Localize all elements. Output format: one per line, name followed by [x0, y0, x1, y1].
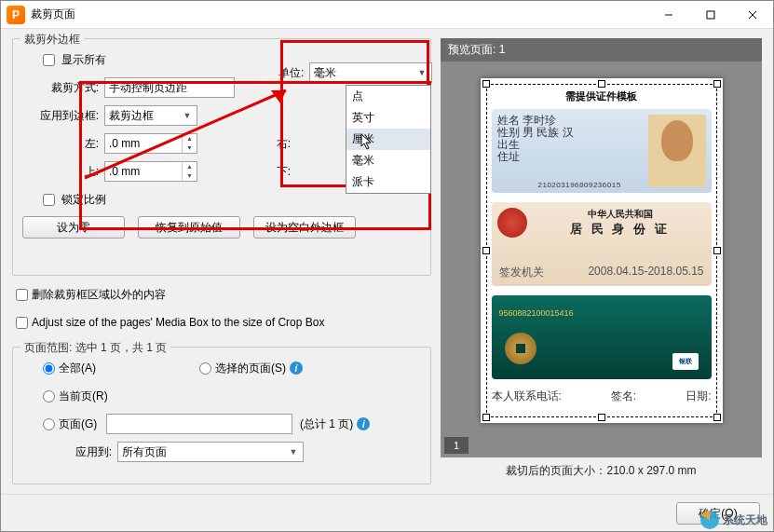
- chevron-down-icon: ▼: [286, 444, 301, 459]
- preview-body: 需提供证件模板 姓名 李时珍 性别 男 民族 汉 出生 住址 210203196…: [441, 61, 762, 457]
- page-radio-label[interactable]: 页面(G): [22, 416, 106, 432]
- current-radio-label[interactable]: 当前页(R): [22, 389, 108, 404]
- bank-card: 9560882100015416 银联: [492, 295, 712, 379]
- info-icon: i: [290, 361, 303, 375]
- coin-icon: [505, 333, 536, 364]
- unit-dropdown: 点 英寸 厘米 毫米 派卡: [346, 85, 431, 194]
- page-input[interactable]: [106, 414, 292, 434]
- emblem-icon: [497, 208, 527, 238]
- remove-outside-checkbox-label[interactable]: 删除裁剪框区域以外的内容: [16, 287, 166, 303]
- show-all-checkbox[interactable]: [43, 54, 55, 66]
- watermark: 系统天地: [700, 511, 767, 529]
- unit-option-inch[interactable]: 英寸: [346, 107, 430, 129]
- unit-option-point[interactable]: 点: [346, 86, 430, 107]
- all-radio[interactable]: [43, 362, 55, 375]
- lock-ratio-checkbox[interactable]: [43, 194, 55, 206]
- unit-option-cm[interactable]: 厘米: [346, 129, 430, 150]
- preview-header: 预览页面: 1: [441, 38, 762, 61]
- page-range-group: 页面范围: 选中 1 页，共 1 页 全部(A) 选择的页面(S) i 当前页(…: [12, 347, 431, 484]
- lock-ratio-checkbox-label[interactable]: 锁定比例: [43, 192, 106, 208]
- watermark-icon: [700, 511, 719, 529]
- unit-combo[interactable]: 毫米 ▼ 点 英寸 厘米 毫米 派卡: [309, 62, 432, 83]
- preview-page[interactable]: 需提供证件模板 姓名 李时珍 性别 男 民族 汉 出生 住址 210203196…: [481, 78, 723, 423]
- show-all-checkbox-label[interactable]: 显示所有: [22, 52, 106, 68]
- restore-button[interactable]: 恢复到原始值: [138, 216, 240, 239]
- maximize-button[interactable]: [689, 1, 731, 28]
- current-radio[interactable]: [43, 390, 55, 402]
- page-radio[interactable]: [43, 418, 55, 430]
- page-tab[interactable]: 1: [444, 437, 468, 454]
- id-card-front: 姓名 李时珍 性别 男 民族 汉 出生 住址 21020319680923601…: [492, 109, 712, 193]
- id-card-back: 中华人民共和国 居 民 身 份 证 签发机关2008.04.15-2018.05…: [492, 202, 712, 286]
- page-total-label: (总计 1 页): [300, 416, 353, 432]
- unionpay-badge: 银联: [672, 353, 699, 370]
- set-blank-button[interactable]: 设为空白外边框: [253, 216, 356, 239]
- info-icon: i: [357, 417, 370, 430]
- window-title: 裁剪页面: [31, 7, 647, 22]
- set-zero-button[interactable]: 设为零: [22, 216, 125, 239]
- close-button[interactable]: [731, 1, 773, 28]
- crop-outer-title: 裁剪外边框: [20, 32, 84, 48]
- svg-rect-1: [707, 11, 714, 19]
- preview-size-label: 裁切后的页面大小：210.0 x 297.0 mm: [441, 457, 762, 484]
- adjust-media-checkbox[interactable]: [16, 317, 28, 329]
- app-icon: P: [7, 6, 25, 24]
- adjust-media-checkbox-label[interactable]: Adjust size of the pages' Media Box to t…: [16, 316, 324, 329]
- minimize-button[interactable]: [647, 1, 689, 28]
- dialog-footer: 确定(O) 系统天地: [1, 494, 773, 531]
- portrait-photo: [648, 115, 706, 187]
- unit-option-pica[interactable]: 派卡: [346, 171, 430, 193]
- unit-option-mm[interactable]: 毫米: [346, 150, 430, 171]
- svg-line-4: [85, 90, 286, 178]
- unit-label: 单位:: [278, 65, 304, 81]
- annotation-arrow: [81, 83, 297, 182]
- selected-radio[interactable]: [199, 362, 211, 375]
- selected-radio-label[interactable]: 选择的页面(S): [199, 361, 286, 376]
- all-radio-label[interactable]: 全部(A): [22, 361, 199, 376]
- chevron-down-icon: ▼: [414, 65, 429, 80]
- remove-outside-checkbox[interactable]: [16, 289, 28, 301]
- apply-to-label: 应用到:: [22, 444, 112, 460]
- apply-to-combo[interactable]: 所有页面▼: [117, 442, 304, 462]
- window: P 裁剪页面 裁剪外边框 显示所有 单位:: [0, 0, 774, 532]
- page-range-title: 页面范围: 选中 1 页，共 1 页: [20, 340, 170, 356]
- titlebar: P 裁剪页面: [1, 1, 773, 29]
